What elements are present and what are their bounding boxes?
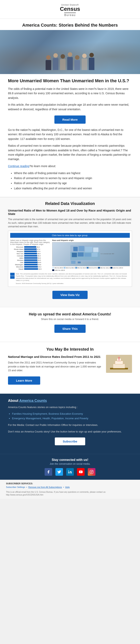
footer-separator: • <box>62 486 64 488</box>
legend-item-1: 80.0 to 85.9 <box>52 267 63 269</box>
svg-rect-23 <box>90 470 94 474</box>
svg-rect-6 <box>72 252 77 257</box>
linkedin-icon[interactable] <box>66 468 74 476</box>
dataviz-chart-title: Unmarried Ratio of Men to Women Aged 18 … <box>8 209 132 216</box>
viz-source: Source: 2019 American Community Survey (… <box>16 282 130 284</box>
read-more-container: Read More <box>8 116 132 124</box>
about-dont-miss: Don’t miss an America Counts story! Use … <box>8 430 132 434</box>
legend-item-4: 94.0 to 97.9 <box>86 267 98 269</box>
social-title: Stay connected with us! <box>8 458 132 462</box>
person-6 <box>82 54 87 70</box>
footer-help-link[interactable]: Help <box>65 486 70 488</box>
dataviz-description: The unmarried ratio is the number of unm… <box>8 218 132 228</box>
person-1 <box>46 55 51 70</box>
article-para-4: Ratios of unmarried men to women matter … <box>8 144 132 162</box>
people-silhouettes <box>46 52 94 74</box>
dataviz-section: Related Data Visualization Unmarried Rat… <box>0 197 140 307</box>
list-item-3: Ratios of unmarried men to women by age <box>14 181 132 186</box>
svg-rect-4 <box>93 248 98 253</box>
interest-card-body: Data from the 2011 and 2021 American Com… <box>8 360 103 372</box>
hero-overlay <box>0 30 140 74</box>
viz-legend: 80.0 to 85.9 86.0 to 89.9 90.0 to 93.9 <box>52 267 130 271</box>
viz-footer-note: Census Note: The unmarried population in… <box>10 273 130 284</box>
about-section: About America Counts America Counts feat… <box>0 394 140 454</box>
viz-bar-row-5: Colorado 88.4 <box>10 255 50 257</box>
svg-text:U.S. unmarried ratio: 89.8: U.S. unmarried ratio: 89.8 <box>100 253 114 254</box>
interest-section: You May Be Interested In National Marria… <box>0 342 140 394</box>
footer-remove-link[interactable]: Remove me from All Subscriptions <box>28 486 62 488</box>
continue-reading-para: Continue reading?to learn more about: <box>8 164 132 168</box>
viz-mockup: Click here to view data by age group. Se… <box>8 231 132 287</box>
viz-bar-row-8: Utah 89.6 <box>10 262 50 263</box>
person-4 <box>67 52 73 70</box>
learn-more-button[interactable]: Learn More <box>8 376 40 385</box>
header: United States® Census Bureau <box>0 0 140 19</box>
svg-rect-8 <box>84 253 91 256</box>
svg-rect-11 <box>78 262 81 263</box>
article-section: More Unmarried Women Than Unmarried Men … <box>0 74 140 197</box>
viz-bar-row-4: New York 88.0 <box>10 253 50 254</box>
legend-item-6: 102.0 to 105.9 <box>110 267 123 269</box>
viz-right-title: Race and Hispanic origin <box>52 239 130 241</box>
census-logo: United States® Census Bureau <box>4 4 136 16</box>
about-list-item-1[interactable]: Families Housing Employment, Business Ed… <box>12 412 132 416</box>
instagram-icon[interactable] <box>88 468 96 476</box>
footer: SUBSCRIBER SERVICES: Subscriber Settings… <box>0 480 140 499</box>
continue-reading-link[interactable]: Continue reading <box>8 164 30 168</box>
article-list: Where the odds of finding potential mate… <box>14 171 132 191</box>
footer-settings-text: Subscriber Settings • <box>6 486 28 488</box>
viz-bar-row-9: Washington 89.8 <box>10 264 50 266</box>
facebook-icon[interactable] <box>44 468 52 476</box>
footer-links: Subscriber Settings • Remove me from All… <box>6 486 134 489</box>
share-subtitle: Share this on social media or forward it… <box>8 318 132 320</box>
social-icons-row <box>8 468 132 476</box>
viz-bar-row-1: Wisconsin 86.0 <box>10 246 50 248</box>
youtube-icon[interactable] <box>77 468 84 476</box>
share-title: Help us spread the word about America Co… <box>8 312 132 316</box>
person-2 <box>53 53 58 70</box>
interest-card-image <box>106 355 132 373</box>
article-headline: More Unmarried Women Than Unmarried Men … <box>8 78 132 84</box>
view-data-viz-container: View Data Viz <box>8 291 132 299</box>
list-item-2: Ratios of unmarried men to women by race… <box>14 176 132 181</box>
logo-main-text: Census <box>60 6 80 12</box>
list-item-4: Labor markets affecting the pool of unma… <box>14 186 132 191</box>
legend-item-3: 90.0 to 93.9 <box>75 267 86 269</box>
share-button-container: Share This <box>8 324 132 333</box>
viz-bar-row-2: Rhode Island 87.4 <box>10 248 50 250</box>
view-data-viz-button[interactable]: View Data Viz <box>52 291 88 299</box>
share-this-button[interactable]: Share This <box>54 324 86 333</box>
viz-content: Select race or Hispanic origin group fro… <box>10 239 130 271</box>
dataviz-title: Related Data Visualization <box>8 201 132 206</box>
about-media-note: For the Media: Contact our Public Inform… <box>8 423 132 427</box>
continue-suffix: ?to learn more about: <box>30 164 56 168</box>
twitter-icon[interactable] <box>56 468 63 476</box>
svg-rect-1 <box>74 247 78 251</box>
email-wrapper: United States® Census Bureau America Cou… <box>0 0 140 499</box>
viz-click-button[interactable]: Click here to view data by age group. <box>10 233 130 238</box>
interest-card: National Marriage and Divorce Rates Decl… <box>8 355 132 389</box>
viz-footer-text: Note: The unmarried population includes … <box>16 273 130 282</box>
svg-rect-3 <box>85 247 92 253</box>
article-body: The odds of finding a potential mate in … <box>8 87 132 112</box>
list-item-1: Where the odds of finding potential mate… <box>14 171 132 176</box>
svg-rect-10 <box>71 261 76 264</box>
subscribe-button[interactable]: Subscribe <box>55 438 86 445</box>
learn-more-container: Learn More <box>8 376 103 385</box>
america-counts-link[interactable]: America Counts <box>19 399 47 403</box>
viz-left-label: Select race or Hispanic origin group fro… <box>10 239 50 245</box>
svg-point-18 <box>118 357 120 358</box>
footer-services-label: SUBSCRIBER SERVICES: <box>6 482 134 485</box>
svg-point-24 <box>91 471 92 473</box>
legend-item-2: 86.0 to 89.9 <box>64 267 74 269</box>
interest-section-title: You May Be Interested In <box>8 347 132 352</box>
interest-card-text: National Marriage and Divorce Rates Decl… <box>8 355 103 389</box>
about-list-item-2[interactable]: Emergency Management, Health, Population… <box>12 416 132 421</box>
article-body-2: Go to the nation?s capital, Washington, … <box>8 128 132 168</box>
svg-rect-2 <box>78 246 84 251</box>
hero-image <box>0 30 140 74</box>
viz-map-panel: Race and Hispanic origin <box>52 239 130 271</box>
read-more-button[interactable]: Read More <box>54 116 86 124</box>
person-7 <box>89 53 94 70</box>
article-para-3: Go to the nation?s capital, Washington, … <box>8 128 132 141</box>
